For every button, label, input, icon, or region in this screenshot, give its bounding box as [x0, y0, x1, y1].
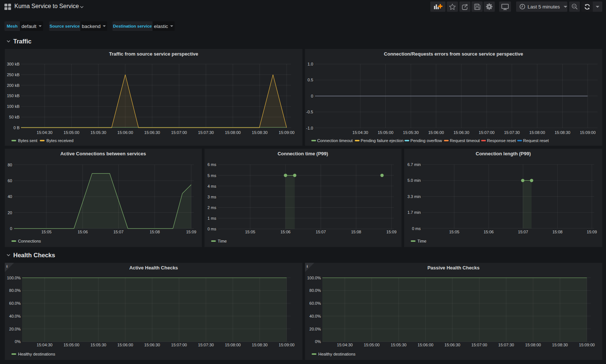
svg-text:0 B: 0 B	[13, 126, 20, 130]
svg-text:Request timeout: Request timeout	[450, 138, 480, 143]
svg-text:6.7 min: 6.7 min	[407, 162, 421, 167]
svg-text:40.0%: 40.0%	[9, 314, 21, 318]
svg-text:2 ms: 2 ms	[207, 205, 216, 210]
svg-text:i: i	[7, 264, 8, 268]
svg-text:4 ms: 4 ms	[207, 184, 216, 188]
svg-text:Pending failure ejection: Pending failure ejection	[361, 138, 403, 143]
svg-text:60: 60	[8, 179, 12, 183]
svg-text:15:05:30: 15:05:30	[403, 130, 419, 135]
svg-text:15:08:00: 15:08:00	[225, 343, 241, 347]
svg-text:15:05:00: 15:05:00	[64, 343, 80, 347]
svg-text:6 ms: 6 ms	[207, 162, 216, 167]
svg-text:15:07: 15:07	[518, 230, 528, 234]
svg-text:15:08: 15:08	[552, 230, 563, 234]
svg-text:15:05:30: 15:05:30	[391, 343, 407, 347]
svg-text:15:07:00: 15:07:00	[171, 130, 187, 135]
svg-text:15:07:30: 15:07:30	[198, 343, 214, 347]
svg-text:15:05: 15:05	[41, 230, 52, 234]
svg-text:15:07:30: 15:07:30	[198, 130, 214, 135]
svg-text:15:08: 15:08	[351, 230, 361, 234]
svg-text:15:08:30: 15:08:30	[554, 130, 570, 135]
svg-text:5 ms: 5 ms	[207, 173, 216, 178]
svg-text:15:05:00: 15:05:00	[364, 343, 380, 347]
svg-text:15:09: 15:09	[587, 230, 597, 234]
svg-text:15:06:00: 15:06:00	[118, 343, 133, 347]
svg-text:15:06:30: 15:06:30	[453, 130, 469, 135]
svg-text:i: i	[307, 264, 308, 268]
svg-text:15:06: 15:06	[280, 230, 291, 234]
svg-text:15:08:30: 15:08:30	[252, 343, 268, 347]
svg-text:0: 0	[311, 94, 313, 98]
svg-text:Active Health Checks: Active Health Checks	[129, 265, 178, 271]
svg-text:15:09: 15:09	[186, 230, 196, 234]
svg-text:100 kB: 100 kB	[7, 104, 20, 109]
svg-text:60.0%: 60.0%	[9, 301, 21, 305]
svg-text:20.0%: 20.0%	[309, 327, 321, 331]
svg-text:Connection/Requests errors fro: Connection/Requests errors from source s…	[384, 51, 523, 57]
svg-text:Response reset: Response reset	[487, 138, 516, 143]
svg-text:Traffic from source service pe: Traffic from source service perspective	[109, 51, 198, 57]
svg-text:Connections: Connections	[18, 239, 41, 243]
svg-text:15:07:00: 15:07:00	[472, 343, 487, 347]
svg-text:-0.5: -0.5	[306, 110, 313, 114]
svg-text:100.0%: 100.0%	[307, 276, 321, 280]
svg-text:50 kB: 50 kB	[9, 115, 20, 119]
svg-text:Active Connections between ser: Active Connections between services	[60, 151, 146, 156]
svg-text:Time: Time	[417, 239, 426, 243]
svg-text:0%: 0%	[315, 339, 321, 344]
svg-text:0 ms: 0 ms	[412, 226, 421, 231]
svg-text:60.0%: 60.0%	[309, 301, 321, 305]
svg-text:15:09:00: 15:09:00	[579, 343, 595, 347]
svg-text:20.0%: 20.0%	[9, 327, 21, 331]
svg-text:15:06:30: 15:06:30	[144, 343, 160, 347]
svg-text:15:09:00: 15:09:00	[279, 343, 295, 347]
svg-text:15:07: 15:07	[316, 230, 326, 234]
svg-text:15:05:30: 15:05:30	[91, 343, 106, 347]
svg-text:80: 80	[8, 163, 12, 167]
svg-text:200 kB: 200 kB	[7, 83, 20, 88]
svg-text:0: 0	[10, 226, 12, 231]
svg-text:15:04:30: 15:04:30	[37, 130, 53, 135]
svg-text:80.0%: 80.0%	[9, 288, 21, 293]
svg-text:15:04:30: 15:04:30	[353, 130, 368, 135]
svg-text:15:07:00: 15:07:00	[171, 343, 187, 347]
svg-text:15:06: 15:06	[484, 230, 494, 234]
svg-text:15:08:30: 15:08:30	[552, 343, 568, 347]
svg-text:15:06:00: 15:06:00	[428, 130, 444, 135]
svg-text:15:06: 15:06	[78, 230, 88, 234]
svg-text:40.0%: 40.0%	[309, 314, 321, 318]
svg-text:15:07:30: 15:07:30	[504, 130, 520, 135]
svg-text:15:06:30: 15:06:30	[144, 130, 160, 135]
svg-text:15:09:00: 15:09:00	[580, 130, 596, 135]
svg-text:20: 20	[8, 211, 12, 215]
svg-text:Bytes received: Bytes received	[46, 138, 73, 143]
svg-text:Bytes sent: Bytes sent	[18, 138, 38, 143]
svg-text:15:09: 15:09	[386, 230, 397, 234]
svg-text:15:06:30: 15:06:30	[445, 343, 460, 347]
svg-text:Pending overflow: Pending overflow	[410, 138, 442, 143]
svg-text:15:08:00: 15:08:00	[529, 130, 545, 135]
svg-text:Passive Health Checks: Passive Health Checks	[427, 265, 480, 271]
svg-text:80.0%: 80.0%	[309, 288, 321, 293]
svg-text:15:05:30: 15:05:30	[91, 130, 106, 135]
svg-text:-1.0: -1.0	[306, 126, 313, 130]
svg-text:Request reset: Request reset	[523, 138, 549, 143]
svg-text:100.0%: 100.0%	[7, 276, 21, 280]
svg-text:15:07: 15:07	[113, 230, 124, 234]
svg-text:Connection length (P99): Connection length (P99)	[476, 151, 531, 156]
svg-text:3.3 min: 3.3 min	[407, 194, 421, 199]
svg-text:1.7 min: 1.7 min	[407, 210, 421, 215]
svg-text:15:04:30: 15:04:30	[37, 343, 53, 347]
svg-text:0 ms: 0 ms	[207, 227, 216, 231]
svg-text:250 kB: 250 kB	[7, 73, 20, 77]
svg-text:15:09:00: 15:09:00	[279, 130, 295, 135]
svg-text:15:07:30: 15:07:30	[498, 343, 514, 347]
svg-text:15:05:00: 15:05:00	[378, 130, 393, 135]
svg-text:Connection timeout: Connection timeout	[317, 138, 353, 143]
svg-text:5.0 min: 5.0 min	[407, 178, 421, 183]
svg-text:300 kB: 300 kB	[7, 62, 20, 66]
svg-text:15:07:00: 15:07:00	[479, 130, 495, 135]
svg-text:1.0: 1.0	[308, 62, 313, 66]
svg-text:Healthy destinations: Healthy destinations	[18, 352, 55, 356]
svg-text:Time: Time	[218, 239, 227, 243]
